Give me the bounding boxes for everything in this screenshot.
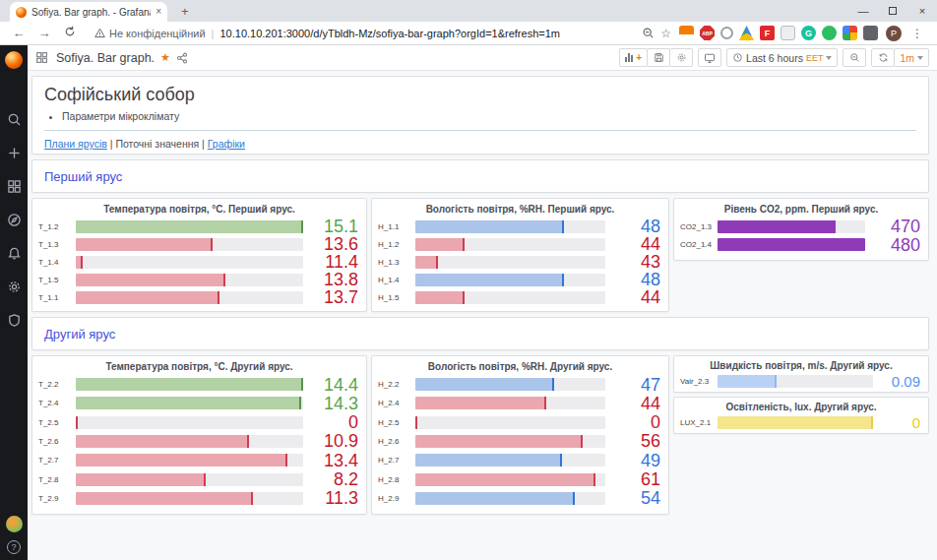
apps-icon bbox=[35, 51, 48, 64]
share-icon[interactable] bbox=[176, 52, 188, 64]
dashboard-settings-button[interactable] bbox=[669, 48, 693, 67]
panel-title: Рівень CO2, ppm. Перший ярус. bbox=[674, 199, 928, 217]
gauge-track bbox=[76, 256, 303, 269]
add-panel-button[interactable]: + bbox=[619, 48, 648, 67]
gauge-bar bbox=[415, 238, 465, 251]
dashboard-canvas: Софійський собор Параметри мікроклімату … bbox=[28, 71, 937, 560]
gauge-track bbox=[76, 416, 303, 429]
dashboard-header-panel: Софійський собор Параметри мікроклімату … bbox=[31, 76, 929, 155]
panel-humidity-tier2: Вологість повітря, %RH. Другий ярус.H_2.… bbox=[371, 355, 669, 515]
gauge-track bbox=[415, 416, 605, 429]
restore-button[interactable] bbox=[878, 0, 907, 22]
gauge-row: H_1.343 bbox=[378, 253, 660, 271]
gauge-track bbox=[76, 274, 303, 286]
sessions-extension-icon[interactable] bbox=[720, 27, 733, 39]
gauge-label: T_1.4 bbox=[38, 258, 76, 267]
gauge-label: H_2.4 bbox=[378, 399, 415, 407]
gauge-track bbox=[718, 416, 873, 429]
gauge-bar bbox=[415, 274, 564, 286]
close-window-button[interactable]: × bbox=[907, 0, 937, 22]
gauge-value: 49 bbox=[615, 452, 660, 469]
gauge-track bbox=[76, 435, 303, 448]
gauge-value: 480 bbox=[875, 236, 920, 254]
gauge-row: H_1.448 bbox=[378, 271, 660, 288]
gauge-value: 0 bbox=[313, 413, 358, 431]
palette-extension-icon[interactable] bbox=[843, 26, 857, 40]
evernote-extension-icon[interactable] bbox=[822, 26, 837, 40]
gauge-value: 0 bbox=[615, 413, 660, 431]
cycle-view-button[interactable] bbox=[698, 48, 721, 67]
refresh-controls: 1m bbox=[871, 48, 929, 67]
alerting-bell-icon[interactable] bbox=[6, 245, 22, 261]
address-bar[interactable]: Не конфіденційний | 10.10.10.201:3000/d/… bbox=[85, 24, 638, 42]
browser-tab-strip: Sofiya. Bar graph. - Grafana × + — × bbox=[0, 0, 937, 22]
configuration-gear-icon[interactable] bbox=[6, 279, 22, 294]
address-separator: | bbox=[212, 28, 215, 39]
refresh-button[interactable] bbox=[871, 48, 895, 67]
save-dashboard-button[interactable] bbox=[647, 48, 670, 67]
gauge-value: 13.8 bbox=[313, 271, 358, 288]
link-plans[interactable]: Плани ярусів bbox=[44, 138, 107, 150]
drive-extension-icon[interactable] bbox=[739, 26, 754, 40]
gauge-track bbox=[718, 220, 865, 233]
browser-tab[interactable]: Sofiya. Bar graph. - Grafana × bbox=[10, 2, 167, 22]
grafana-logo[interactable] bbox=[5, 51, 23, 69]
chevron-down-icon bbox=[917, 56, 923, 63]
gauge-bar bbox=[76, 435, 249, 448]
back-button[interactable]: ← bbox=[8, 26, 30, 40]
gauge-label: T_1.1 bbox=[38, 293, 76, 302]
page-title: Софійський собор bbox=[44, 85, 916, 105]
search-icon[interactable] bbox=[6, 111, 22, 127]
gauge-row: Vair_2.30.09 bbox=[680, 374, 920, 389]
gauge-row: T_1.411.4 bbox=[38, 253, 358, 271]
gauge-label: T_2.6 bbox=[38, 437, 76, 446]
reader-extension-icon[interactable] bbox=[679, 26, 694, 40]
time-range-label: Last 6 hours bbox=[746, 52, 803, 64]
reload-button[interactable] bbox=[59, 26, 81, 40]
window-extension-icon[interactable] bbox=[781, 26, 795, 40]
gauge-label: H_2.8 bbox=[378, 475, 415, 484]
gauge-track bbox=[76, 238, 303, 251]
time-picker-button[interactable]: Last 6 hours EET bbox=[726, 48, 838, 67]
new-tab-button[interactable]: + bbox=[175, 2, 195, 22]
help-icon[interactable]: ? bbox=[7, 540, 21, 554]
gauge-track bbox=[76, 220, 303, 233]
bookmark-star-icon[interactable]: ☆ bbox=[660, 27, 671, 40]
user-avatar[interactable] bbox=[6, 516, 23, 532]
panel-temperature-tier2: Температура повітря, °C. Другий ярус.T_2… bbox=[31, 355, 367, 515]
dashboards-icon[interactable] bbox=[6, 178, 22, 194]
grammarly-extension-icon[interactable]: G bbox=[801, 26, 816, 40]
row-panel-tier2: Другий ярус bbox=[31, 317, 929, 350]
gauge-track bbox=[415, 435, 605, 448]
server-admin-shield-icon[interactable] bbox=[6, 312, 22, 328]
favorite-star-icon[interactable]: ★ bbox=[160, 51, 170, 64]
flipboard-extension-icon[interactable]: F bbox=[760, 26, 775, 40]
url-text[interactable]: 10.10.10.201:3000/d/yTbldh-Mz/sofiya-bar… bbox=[219, 28, 560, 39]
add-panel-icon bbox=[625, 53, 633, 62]
extensions-pin-icon[interactable] bbox=[863, 26, 878, 40]
gauge-value: 61 bbox=[615, 470, 660, 488]
gauge-bar bbox=[76, 397, 301, 409]
browser-profile-avatar[interactable]: P bbox=[886, 26, 902, 41]
create-icon[interactable] bbox=[6, 145, 22, 160]
refresh-interval-button[interactable]: 1m bbox=[894, 48, 929, 67]
gauge-row: H_1.544 bbox=[378, 288, 660, 306]
gauge-value: 470 bbox=[875, 218, 920, 235]
gauge-bar bbox=[415, 397, 546, 409]
zoom-out-time-button[interactable] bbox=[843, 48, 866, 67]
gauge-row: H_2.749 bbox=[378, 452, 660, 469]
security-chip[interactable]: Не конфіденційний bbox=[94, 28, 206, 39]
explore-icon[interactable] bbox=[6, 212, 22, 227]
gauge-value: 15.1 bbox=[313, 218, 358, 235]
gauge-track bbox=[415, 256, 605, 269]
tab-close-icon[interactable]: × bbox=[156, 7, 161, 17]
gauge-bar bbox=[415, 435, 583, 448]
forward-button[interactable]: → bbox=[33, 26, 55, 40]
browser-menu-icon[interactable]: ⋮ bbox=[906, 27, 929, 40]
dashboard-title[interactable]: Sofiya. Bar graph. bbox=[56, 51, 155, 65]
link-graphs[interactable]: Графіки bbox=[208, 138, 245, 150]
page-zoom-icon[interactable] bbox=[642, 27, 655, 39]
save-icon bbox=[654, 52, 664, 63]
adblock-extension-icon[interactable]: ABP bbox=[700, 26, 715, 40]
minimize-button[interactable]: — bbox=[848, 0, 878, 22]
